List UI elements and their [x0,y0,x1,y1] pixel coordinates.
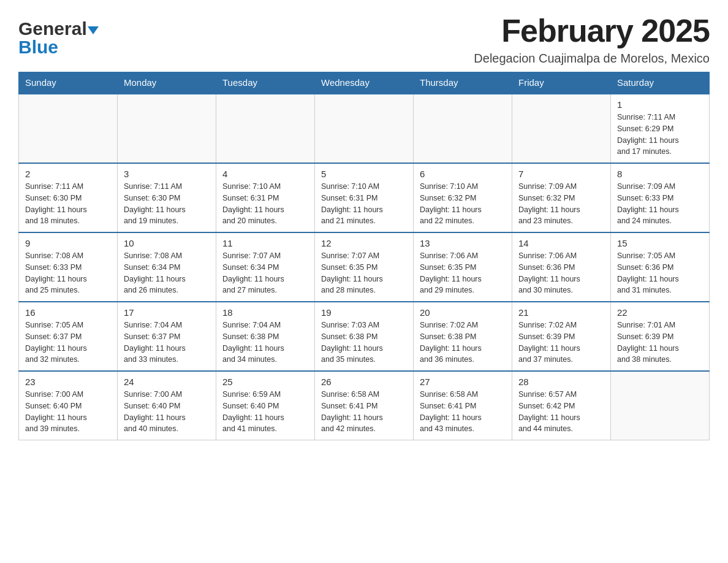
day-number: 15 [617,238,703,248]
day-number: 13 [420,238,506,248]
day-info: Sunrise: 6:58 AMSunset: 6:41 PMDaylight:… [321,389,407,435]
day-number: 21 [518,307,604,318]
col-saturday: Saturday [611,72,710,94]
table-row: 12Sunrise: 7:07 AMSunset: 6:35 PMDayligh… [315,232,414,302]
day-info: Sunrise: 7:08 AMSunset: 6:34 PMDaylight:… [124,250,210,296]
calendar-week-row: 23Sunrise: 7:00 AMSunset: 6:40 PMDayligh… [19,371,710,440]
col-monday: Monday [118,72,216,94]
table-row: 20Sunrise: 7:02 AMSunset: 6:38 PMDayligh… [414,302,512,371]
calendar-header-row: Sunday Monday Tuesday Wednesday Thursday… [19,72,710,94]
day-info: Sunrise: 7:07 AMSunset: 6:35 PMDaylight:… [321,250,407,296]
table-row: 25Sunrise: 6:59 AMSunset: 6:40 PMDayligh… [216,371,315,440]
table-row: 11Sunrise: 7:07 AMSunset: 6:34 PMDayligh… [216,232,315,302]
day-number: 9 [25,238,111,248]
day-info: Sunrise: 6:57 AMSunset: 6:42 PMDaylight:… [518,389,604,435]
day-info: Sunrise: 7:05 AMSunset: 6:36 PMDaylight:… [617,250,703,296]
calendar-week-row: 2Sunrise: 7:11 AMSunset: 6:30 PMDaylight… [19,163,710,232]
day-number: 17 [124,307,210,318]
day-number: 19 [321,307,407,318]
day-info: Sunrise: 7:08 AMSunset: 6:33 PMDaylight:… [25,250,111,296]
table-row: 26Sunrise: 6:58 AMSunset: 6:41 PMDayligh… [315,371,414,440]
day-number: 25 [222,377,308,387]
day-info: Sunrise: 7:10 AMSunset: 6:32 PMDaylight:… [420,181,506,227]
logo-blue-text: Blue [18,37,58,58]
table-row: 21Sunrise: 7:02 AMSunset: 6:39 PMDayligh… [512,302,611,371]
table-row: 15Sunrise: 7:05 AMSunset: 6:36 PMDayligh… [611,232,710,302]
day-number: 8 [617,169,703,179]
day-info: Sunrise: 7:00 AMSunset: 6:40 PMDaylight:… [25,389,111,435]
table-row: 10Sunrise: 7:08 AMSunset: 6:34 PMDayligh… [118,232,216,302]
day-info: Sunrise: 7:10 AMSunset: 6:31 PMDaylight:… [222,181,308,227]
day-info: Sunrise: 6:59 AMSunset: 6:40 PMDaylight:… [222,389,308,435]
day-number: 16 [25,307,111,318]
month-title: February 2025 [474,12,710,49]
day-number: 10 [124,238,210,248]
day-number: 23 [25,377,111,387]
table-row: 14Sunrise: 7:06 AMSunset: 6:36 PMDayligh… [512,232,611,302]
day-info: Sunrise: 7:11 AMSunset: 6:30 PMDaylight:… [25,181,111,227]
day-number: 18 [222,307,308,318]
table-row: 17Sunrise: 7:04 AMSunset: 6:37 PMDayligh… [118,302,216,371]
table-row: 5Sunrise: 7:10 AMSunset: 6:31 PMDaylight… [315,163,414,232]
table-row: 24Sunrise: 7:00 AMSunset: 6:40 PMDayligh… [118,371,216,440]
day-number: 5 [321,169,407,179]
title-area: February 2025 Delegacion Cuajimalpa de M… [474,12,710,66]
day-number: 11 [222,238,308,248]
calendar-week-row: 16Sunrise: 7:05 AMSunset: 6:37 PMDayligh… [19,302,710,371]
col-sunday: Sunday [19,72,118,94]
table-row: 13Sunrise: 7:06 AMSunset: 6:35 PMDayligh… [414,232,512,302]
table-row: 18Sunrise: 7:04 AMSunset: 6:38 PMDayligh… [216,302,315,371]
day-info: Sunrise: 7:02 AMSunset: 6:38 PMDaylight:… [420,320,506,366]
day-number: 6 [420,169,506,179]
col-tuesday: Tuesday [216,72,315,94]
calendar-table: Sunday Monday Tuesday Wednesday Thursday… [18,72,710,440]
day-info: Sunrise: 7:11 AMSunset: 6:30 PMDaylight:… [124,181,210,227]
day-info: Sunrise: 7:03 AMSunset: 6:38 PMDaylight:… [321,320,407,366]
day-info: Sunrise: 7:06 AMSunset: 6:35 PMDaylight:… [420,250,506,296]
table-row: 8Sunrise: 7:09 AMSunset: 6:33 PMDaylight… [611,163,710,232]
logo-general-text: General [18,18,87,39]
table-row [118,94,216,164]
day-info: Sunrise: 7:04 AMSunset: 6:37 PMDaylight:… [124,320,210,366]
table-row: 4Sunrise: 7:10 AMSunset: 6:31 PMDaylight… [216,163,315,232]
day-info: Sunrise: 7:06 AMSunset: 6:36 PMDaylight:… [518,250,604,296]
table-row: 6Sunrise: 7:10 AMSunset: 6:32 PMDaylight… [414,163,512,232]
table-row: 3Sunrise: 7:11 AMSunset: 6:30 PMDaylight… [118,163,216,232]
table-row: 19Sunrise: 7:03 AMSunset: 6:38 PMDayligh… [315,302,414,371]
header: General Blue February 2025 Delegacion Cu… [18,12,710,66]
day-number: 7 [518,169,604,179]
table-row: 7Sunrise: 7:09 AMSunset: 6:32 PMDaylight… [512,163,611,232]
day-number: 27 [420,377,506,387]
table-row: 16Sunrise: 7:05 AMSunset: 6:37 PMDayligh… [19,302,118,371]
day-info: Sunrise: 7:11 AMSunset: 6:29 PMDaylight:… [617,112,703,158]
day-number: 3 [124,169,210,179]
day-info: Sunrise: 7:10 AMSunset: 6:31 PMDaylight:… [321,181,407,227]
day-number: 4 [222,169,308,179]
table-row [216,94,315,164]
day-number: 1 [617,99,703,110]
day-number: 2 [25,169,111,179]
day-number: 28 [518,377,604,387]
day-info: Sunrise: 7:02 AMSunset: 6:39 PMDaylight:… [518,320,604,366]
table-row: 9Sunrise: 7:08 AMSunset: 6:33 PMDaylight… [19,232,118,302]
col-friday: Friday [512,72,611,94]
day-info: Sunrise: 7:09 AMSunset: 6:32 PMDaylight:… [518,181,604,227]
table-row: 22Sunrise: 7:01 AMSunset: 6:39 PMDayligh… [611,302,710,371]
table-row [19,94,118,164]
day-number: 12 [321,238,407,248]
logo-triangle-icon [88,26,99,34]
table-row [611,371,710,440]
day-info: Sunrise: 7:05 AMSunset: 6:37 PMDaylight:… [25,320,111,366]
table-row: 23Sunrise: 7:00 AMSunset: 6:40 PMDayligh… [19,371,118,440]
table-row: 28Sunrise: 6:57 AMSunset: 6:42 PMDayligh… [512,371,611,440]
day-number: 22 [617,307,703,318]
calendar-week-row: 9Sunrise: 7:08 AMSunset: 6:33 PMDaylight… [19,232,710,302]
day-number: 20 [420,307,506,318]
day-info: Sunrise: 7:07 AMSunset: 6:34 PMDaylight:… [222,250,308,296]
day-number: 14 [518,238,604,248]
table-row: 27Sunrise: 6:58 AMSunset: 6:41 PMDayligh… [414,371,512,440]
calendar-week-row: 1Sunrise: 7:11 AMSunset: 6:29 PMDaylight… [19,94,710,164]
day-number: 26 [321,377,407,387]
table-row [315,94,414,164]
table-row [414,94,512,164]
